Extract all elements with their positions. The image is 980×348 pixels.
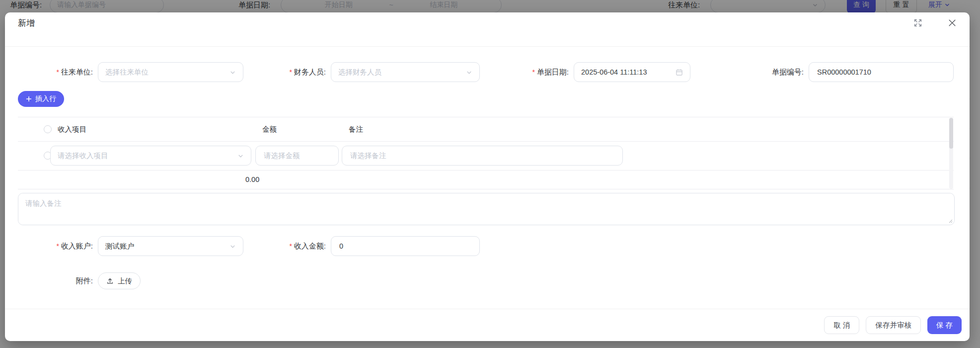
remark-input-wrap: [342, 146, 623, 166]
doc-no-label: 单据编号:: [735, 68, 804, 77]
doc-no-input[interactable]: [816, 68, 946, 77]
income-account-label: *收入账户:: [37, 242, 93, 251]
table-row: 请选择收入项目: [18, 142, 954, 171]
chevron-down-icon: [466, 69, 472, 76]
attachment-field: 附件: 上传: [37, 272, 141, 289]
save-button[interactable]: 保 存: [927, 316, 962, 334]
doc-no-input-wrap: [809, 62, 954, 82]
insert-row-button[interactable]: 插入行: [18, 91, 64, 107]
table-header-row: 收入项目 金额 备注: [18, 117, 954, 142]
amount-input[interactable]: [263, 151, 331, 160]
remark-textarea-wrap: [18, 193, 955, 225]
income-account-field: *收入账户: 测试账户: [37, 236, 243, 256]
income-amount-input[interactable]: [338, 242, 472, 251]
calendar-icon: [676, 69, 683, 76]
required-mark: *: [289, 68, 292, 76]
modal-title: 新增: [18, 17, 35, 29]
income-item-select[interactable]: 请选择收入项目: [50, 146, 251, 166]
required-mark: *: [56, 68, 59, 76]
upload-icon: [106, 277, 114, 285]
new-record-modal: 新增 *往来单位: 选择往来单位: [5, 12, 970, 341]
radio-header: [44, 125, 52, 133]
partner-select[interactable]: 选择往来单位: [98, 62, 243, 82]
save-audit-button[interactable]: 保存并审核: [866, 316, 921, 334]
resize-handle-icon[interactable]: [948, 218, 953, 223]
doc-date-label: *单据日期:: [512, 68, 569, 77]
table-total-row: 0.00: [18, 171, 954, 189]
partner-field: *往来单位: 选择往来单位: [37, 62, 243, 82]
modal-footer: 取 消 保存并审核 保 存: [5, 309, 970, 341]
income-amount-input-wrap: [331, 236, 480, 256]
screen: 单据编号: 请输入单据编号 单据日期: 开始日期 ~ 结束日期 往来单位: 查 …: [0, 0, 980, 348]
finance-staff-label: *财务人员:: [277, 68, 326, 77]
amount-input-wrap: [255, 146, 339, 166]
income-account-select[interactable]: 测试账户: [98, 236, 243, 256]
income-amount-field: *收入金额:: [277, 236, 480, 256]
table-scrollbar[interactable]: [949, 118, 953, 189]
cancel-button[interactable]: 取 消: [824, 316, 859, 334]
scrollbar-thumb[interactable]: [949, 118, 953, 149]
required-mark: *: [532, 68, 534, 76]
column-income-item: 收入项目: [58, 117, 86, 141]
column-remark: 备注: [349, 117, 363, 141]
required-mark: *: [289, 242, 292, 250]
close-icon: [947, 18, 957, 28]
close-button[interactable]: [946, 16, 959, 29]
income-items-table: 收入项目 金额 备注 请选择收入项目 0.00: [18, 117, 954, 189]
partner-label: *往来单位:: [37, 68, 93, 77]
chevron-down-icon: [229, 69, 236, 76]
finance-staff-field: *财务人员: 选择财务人员: [277, 62, 480, 82]
income-amount-label: *收入金额:: [277, 242, 326, 251]
finance-staff-select[interactable]: 选择财务人员: [331, 62, 480, 82]
chevron-down-icon: [237, 153, 244, 159]
fullscreen-button[interactable]: [911, 16, 924, 29]
modal-header: 新增: [5, 12, 970, 47]
total-amount: 0.00: [245, 171, 259, 189]
column-amount: 金额: [262, 117, 277, 141]
chevron-down-icon: [229, 243, 236, 250]
plus-icon: [26, 96, 32, 102]
fullscreen-icon: [912, 17, 923, 28]
remark-textarea[interactable]: [18, 193, 954, 225]
attachment-label: 附件:: [37, 276, 93, 286]
remark-input[interactable]: [349, 151, 615, 160]
required-mark: *: [56, 242, 59, 250]
doc-no-field: 单据编号:: [735, 62, 954, 82]
doc-date-input[interactable]: 2025-06-04 11:11:13: [574, 62, 690, 82]
doc-date-field: *单据日期: 2025-06-04 11:11:13: [512, 62, 690, 82]
upload-button[interactable]: 上传: [98, 272, 141, 289]
